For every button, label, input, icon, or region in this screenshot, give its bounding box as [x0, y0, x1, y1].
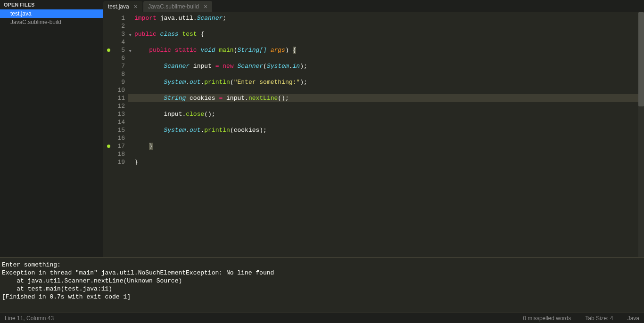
line-number[interactable]: 10: [103, 86, 128, 94]
line-number[interactable]: 13: [103, 110, 128, 118]
line-number[interactable]: 17: [103, 142, 128, 150]
line-number[interactable]: 19: [103, 158, 128, 166]
line-number[interactable]: 16: [103, 134, 128, 142]
editor[interactable]: 123▼45▼678910111213141516171819 import j…: [103, 12, 644, 257]
code-line[interactable]: }: [134, 142, 644, 150]
line-number[interactable]: 11: [103, 94, 128, 102]
scrollbar-thumb[interactable]: [638, 12, 644, 106]
code-line[interactable]: System.out.println("Enter something:");: [134, 78, 644, 86]
tab-bar: test.java×JavaC.sublime-build×: [103, 0, 644, 12]
status-tab-size[interactable]: Tab Size: 4: [585, 315, 613, 322]
editor-pane: test.java×JavaC.sublime-build× 123▼45▼67…: [103, 0, 644, 257]
code-line[interactable]: [134, 118, 644, 126]
tab-label: JavaC.sublime-build: [148, 3, 199, 10]
close-icon[interactable]: ×: [204, 3, 207, 10]
gutter-mark-icon: [107, 145, 110, 148]
tab-label: test.java: [108, 3, 129, 10]
sidebar: OPEN FILES test.javaJavaC.sublime-build: [0, 0, 103, 257]
sidebar-item-file[interactable]: JavaC.sublime-build: [0, 18, 103, 26]
close-icon[interactable]: ×: [134, 3, 138, 10]
console-output[interactable]: Enter something: Exception in thread "ma…: [0, 257, 644, 313]
code-line[interactable]: public static void main(String[] args) {: [134, 46, 644, 54]
code-line[interactable]: Scanner input = new Scanner(System.in);: [134, 62, 644, 70]
line-number[interactable]: 14: [103, 118, 128, 126]
line-number[interactable]: 7: [103, 62, 128, 70]
tab[interactable]: test.java×: [103, 1, 142, 12]
status-language[interactable]: Java: [627, 315, 639, 322]
gutter-mark-icon: [107, 48, 110, 52]
code-line[interactable]: System.out.println(cookies);: [134, 126, 644, 134]
status-bar: Line 11, Column 43 0 misspelled words Ta…: [0, 313, 644, 323]
code-line[interactable]: input.close();: [134, 110, 644, 118]
line-number[interactable]: 3▼: [103, 30, 128, 38]
sidebar-item-file[interactable]: test.java: [0, 9, 103, 18]
code-line[interactable]: [134, 134, 644, 142]
code-line[interactable]: [134, 86, 644, 94]
tab[interactable]: JavaC.sublime-build×: [143, 1, 212, 12]
code-line[interactable]: import java.util.Scanner;: [134, 14, 644, 22]
line-number[interactable]: 6: [103, 54, 128, 62]
code-line[interactable]: [134, 102, 644, 110]
code-line[interactable]: }: [134, 158, 644, 166]
line-number[interactable]: 12: [103, 102, 128, 110]
status-cursor-position: Line 11, Column 43: [5, 315, 523, 322]
line-number[interactable]: 5▼: [103, 46, 128, 54]
line-number[interactable]: 1: [103, 14, 128, 22]
status-spellcheck[interactable]: 0 misspelled words: [523, 315, 571, 322]
line-number[interactable]: 4: [103, 38, 128, 46]
gutter: 123▼45▼678910111213141516171819: [103, 12, 128, 257]
code-area[interactable]: import java.util.Scanner; public class t…: [128, 12, 644, 257]
code-line[interactable]: [134, 54, 644, 62]
code-line[interactable]: public class test {: [134, 30, 644, 38]
code-line[interactable]: [134, 38, 644, 46]
code-line[interactable]: [134, 22, 644, 30]
scrollbar-track[interactable]: [638, 12, 644, 257]
code-line[interactable]: [134, 150, 644, 158]
code-line[interactable]: [134, 70, 644, 78]
line-number[interactable]: 8: [103, 70, 128, 78]
line-number[interactable]: 2: [103, 22, 128, 30]
line-number[interactable]: 18: [103, 150, 128, 158]
line-number[interactable]: 9: [103, 78, 128, 86]
code-line[interactable]: String cookies = input.nextLine();: [128, 94, 644, 102]
open-files-header: OPEN FILES: [0, 0, 103, 9]
line-number[interactable]: 15: [103, 126, 128, 134]
